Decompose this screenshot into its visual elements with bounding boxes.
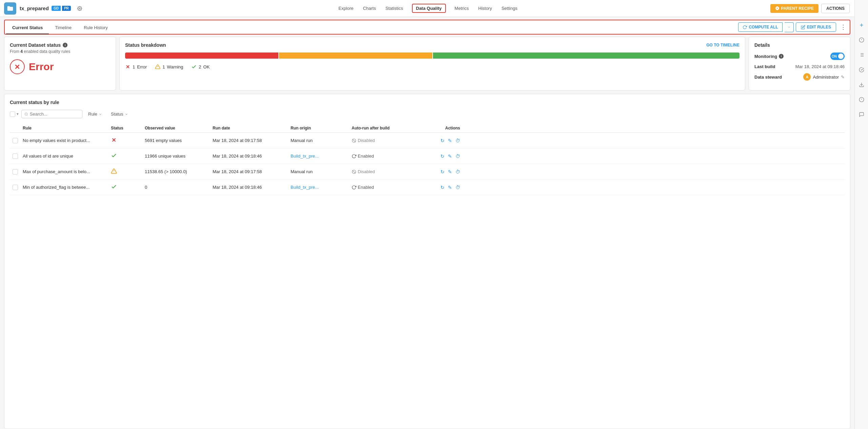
nav-metrics[interactable]: Metrics xyxy=(454,4,470,12)
rules-filters: ▾ Rule Status xyxy=(10,110,845,118)
nav-settings[interactable]: Settings xyxy=(501,4,518,12)
legend-warning-count: 1 xyxy=(162,64,165,69)
row-3-edit-icon[interactable]: ✎ xyxy=(448,169,452,175)
row-2-actions: ↻ ✎ ⏱ xyxy=(419,154,460,159)
rule-filter-chevron xyxy=(99,113,102,116)
sidebar-plus-icon[interactable] xyxy=(857,20,866,30)
actions-button[interactable]: ACTIONS xyxy=(821,4,850,13)
breakdown-bar xyxy=(125,53,739,59)
search-input[interactable] xyxy=(30,111,79,117)
error-circle-icon xyxy=(10,59,25,74)
row-2-status xyxy=(111,152,145,160)
status-filter-dropdown[interactable]: Status xyxy=(108,110,131,118)
panels-row: Current Dataset status i From 4 enabled … xyxy=(0,37,854,90)
last-build-row: Last build Mar 18, 2024 at 09:18:46 xyxy=(754,64,845,69)
status-info-icon[interactable]: i xyxy=(63,43,67,47)
monitoring-toggle[interactable]: ON xyxy=(830,53,845,60)
table-row: All values of id are unique 11966 unique… xyxy=(10,148,845,164)
legend-ok: 2 OK xyxy=(191,64,210,69)
settings-icon[interactable] xyxy=(75,4,84,13)
sidebar-info-icon[interactable] xyxy=(857,35,866,45)
nav-statistics[interactable]: Statistics xyxy=(385,4,404,12)
dataset-title: tx_prepared xyxy=(20,5,49,11)
data-steward-label: Data steward xyxy=(754,75,782,80)
legend-ok-count: 2 xyxy=(199,64,201,69)
row-2-run-origin[interactable]: Build_tx_pre... xyxy=(291,154,352,159)
warning-status-icon xyxy=(111,168,117,174)
tab-timeline[interactable]: Timeline xyxy=(49,22,78,34)
sidebar-download-icon[interactable] xyxy=(857,80,866,89)
row-1-history-icon[interactable]: ⏱ xyxy=(455,138,460,143)
more-options-button[interactable]: ⋮ xyxy=(838,22,848,32)
row-3-status xyxy=(111,168,145,175)
tab-rule-history[interactable]: Rule History xyxy=(78,22,114,34)
parent-recipe-button[interactable]: PARENT RECIPE xyxy=(770,4,818,13)
col-actions: Actions xyxy=(419,126,460,130)
legend-ok-label: OK xyxy=(203,64,210,69)
row-3-refresh-icon[interactable]: ↻ xyxy=(440,169,445,175)
nav-charts[interactable]: Charts xyxy=(362,4,376,12)
legend-error: 1 Error xyxy=(125,64,147,69)
sidebar-check-icon[interactable] xyxy=(857,65,866,75)
monitoring-info-icon[interactable]: i xyxy=(779,54,784,59)
row-1-checkbox[interactable] xyxy=(13,138,18,143)
row-3-history-icon[interactable]: ⏱ xyxy=(455,169,460,175)
app-logo[interactable] xyxy=(4,2,16,15)
row-4-checkbox[interactable] xyxy=(13,185,18,190)
steward-edit-icon[interactable]: ✎ xyxy=(841,75,845,80)
row-4-run-date: Mar 18, 2024 at 09:18:46 xyxy=(213,185,291,190)
table-row: Min of authorized_flag is betwee... 0 Ma… xyxy=(10,180,845,195)
nav-explore[interactable]: Explore xyxy=(338,4,354,12)
status-panel-title: Current Dataset status i xyxy=(10,42,110,48)
row-1-run-date: Mar 18, 2024 at 09:17:58 xyxy=(213,138,291,143)
current-dataset-status-panel: Current Dataset status i From 4 enabled … xyxy=(4,37,116,90)
steward-avatar: A xyxy=(803,73,811,81)
row-2-history-icon[interactable]: ⏱ xyxy=(455,154,460,159)
top-nav: tx_prepared GD PR Explore Charts Statist… xyxy=(0,0,868,17)
legend-error-label: Error xyxy=(137,64,147,69)
row-3-checkbox[interactable] xyxy=(13,169,18,175)
ok-status-icon xyxy=(111,152,117,159)
nav-data-quality[interactable]: Data Quality xyxy=(412,4,446,13)
row-4-edit-icon[interactable]: ✎ xyxy=(448,185,452,190)
row-4-history-icon[interactable]: ⏱ xyxy=(455,185,460,190)
row-2-refresh-icon[interactable]: ↻ xyxy=(440,154,445,159)
refresh-small-icon-2 xyxy=(352,185,356,190)
row-2-edit-icon[interactable]: ✎ xyxy=(448,154,452,159)
compute-all-dropdown-button[interactable] xyxy=(785,22,794,32)
nav-history[interactable]: History xyxy=(478,4,493,12)
row-1-run-origin: Manual run xyxy=(291,138,352,143)
last-build-label: Last build xyxy=(754,64,775,69)
go-to-timeline-link[interactable]: GO TO TIMELINE xyxy=(706,43,739,47)
row-1-refresh-icon[interactable]: ↻ xyxy=(440,138,445,143)
col-observed: Observed value xyxy=(145,126,213,130)
error-label: Error xyxy=(29,61,54,73)
rule-filter-dropdown[interactable]: Rule xyxy=(85,110,105,118)
refresh-small-icon xyxy=(352,154,356,159)
status-breakdown-panel: Status breakdown GO TO TIMELINE 1 Error … xyxy=(119,37,745,90)
edit-rules-button[interactable]: EDIT RULES xyxy=(796,22,836,32)
select-all-dropdown[interactable]: ▾ xyxy=(17,112,19,116)
legend-error-count: 1 xyxy=(133,64,135,69)
compute-all-button[interactable]: COMPUTE ALL xyxy=(738,22,782,32)
sidebar-settings-icon[interactable] xyxy=(857,95,866,104)
monitoring-label: Monitoring i xyxy=(754,54,784,59)
tab-current-status[interactable]: Current Status xyxy=(6,22,49,34)
row-4-refresh-icon[interactable]: ↻ xyxy=(440,185,445,190)
breakdown-header: Status breakdown GO TO TIMELINE xyxy=(125,42,739,48)
select-all-checkbox[interactable] xyxy=(10,111,15,117)
row-2-run-date: Mar 18, 2024 at 09:18:46 xyxy=(213,154,291,159)
svg-line-15 xyxy=(352,170,355,173)
row-1-edit-icon[interactable]: ✎ xyxy=(448,138,452,143)
sidebar-list-icon[interactable] xyxy=(857,50,866,60)
breakdown-legend: 1 Error 1 Warning 2 OK xyxy=(125,64,739,69)
nav-menu: Explore Charts Statistics Data Quality M… xyxy=(86,4,770,13)
search-box xyxy=(21,110,82,118)
row-4-run-origin[interactable]: Build_tx_pre... xyxy=(291,185,352,190)
sidebar-chat-icon[interactable] xyxy=(857,110,866,119)
search-icon xyxy=(24,112,28,116)
row-2-checkbox[interactable] xyxy=(13,154,18,159)
row-1-auto-run: Disabled xyxy=(352,138,419,143)
row-2-auto-run: Enabled xyxy=(352,154,419,159)
row-2-observed: 11966 unique values xyxy=(145,154,213,159)
